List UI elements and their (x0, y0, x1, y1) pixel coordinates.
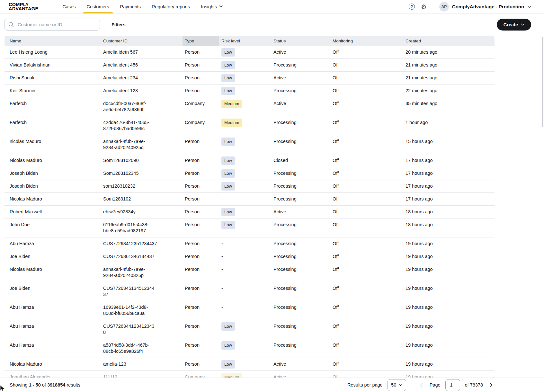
cell-name: Joseph Biden (4, 180, 101, 192)
table-row[interactable]: Joseph Biden Som1283102345 Person Low Pr… (4, 167, 495, 180)
cell-type: Person (183, 85, 219, 97)
table-row[interactable]: Nicolas Maduro Som1283102090 Person Low … (4, 154, 495, 167)
cell-monitoring: Off (330, 85, 403, 97)
cell-customer-id: 111112 (101, 371, 183, 378)
nav-item-payments[interactable]: Payments (115, 0, 146, 13)
account-menu[interactable]: AP ComplyAdvantage - Production (439, 2, 531, 12)
cell-status: Processing (271, 59, 330, 71)
cell-created: 19 hours ago (403, 282, 495, 301)
cell-monitoring: Off (330, 167, 403, 180)
chevron-down-icon (527, 5, 531, 8)
filters-button[interactable]: Filters (111, 22, 126, 27)
page-number-input[interactable] (445, 379, 460, 391)
table-row[interactable]: Nicolas Maduro Som1283102 Person - Proce… (4, 193, 495, 206)
previous-page-button[interactable] (418, 381, 425, 389)
next-page-button[interactable] (488, 381, 495, 389)
cell-created: 35 minutes ago (403, 97, 495, 116)
cell-created: 21 minutes ago (403, 59, 495, 71)
cell-customer-id: som128310232 (101, 180, 183, 192)
cell-created: 21 minutes ago (403, 72, 495, 84)
table-row[interactable]: Robert Maxwell ehiw7ey92834y Person Low … (4, 206, 495, 218)
column-header-risk-level[interactable]: Risk level (219, 36, 271, 46)
company-logo[interactable]: COMPLY ADVANTAGE (9, 3, 38, 11)
cell-name: Abu Hamza (4, 301, 101, 320)
nav-item-label: Cases (62, 4, 76, 9)
cell-type: Person (183, 206, 219, 218)
results-summary: Showing 1 - 50 of 3918854 results (10, 382, 80, 388)
nav-item-customers[interactable]: Customers (81, 0, 115, 13)
results-per-page-label: Results per page (347, 382, 383, 388)
cell-customer-id: Amelia ident 456 (101, 59, 183, 71)
per-page-select[interactable]: 50 (388, 379, 406, 391)
primary-nav: CasesCustomersPaymentsRegulatory reports… (57, 0, 228, 13)
cell-monitoring: Off (330, 371, 403, 378)
cell-monitoring: Off (330, 237, 403, 250)
risk-badge: Low (221, 138, 235, 146)
table-row[interactable]: Farfetch 42dda476-3b41-4065- 872f-b867ba… (4, 116, 495, 135)
cell-type: Person (183, 154, 219, 167)
cell-name: Farfetch (4, 97, 101, 116)
cell-customer-id: Amelia ident 123 (101, 85, 183, 97)
table-row[interactable]: Abu Hamza CUS77263412351234437 Person - … (4, 237, 495, 250)
cell-name: Robert Maxwell (4, 206, 101, 218)
cell-monitoring: Off (330, 339, 403, 358)
cell-name: Abu Hamza (4, 339, 101, 358)
table-row[interactable]: Jonathan Alexander 111112 Company Medium… (4, 371, 495, 378)
cell-created: 19 hours ago (403, 358, 495, 370)
search-box (4, 19, 100, 31)
table-row[interactable]: Nicolas Maduro annakari-4f0b-7a9e- 9284-… (4, 263, 495, 282)
search-input[interactable] (4, 19, 100, 31)
cell-risk-level: Low (219, 72, 271, 84)
create-button-label: Create (504, 22, 518, 27)
nav-item-cases[interactable]: Cases (57, 0, 81, 13)
cell-name: Farfetch (4, 116, 101, 135)
table-row[interactable]: John Doe 6116eab9-d015-4c38- bbe8-c59bad… (4, 218, 495, 237)
table-row[interactable]: Rishi Sunak Amelia ident 234 Person Low … (4, 72, 495, 85)
cell-type: Company (183, 116, 219, 135)
chevron-right-icon (490, 383, 493, 388)
column-header-name[interactable]: Name (4, 36, 101, 46)
table-row[interactable]: Joseph Biden som128310232 Person Low Pro… (4, 180, 495, 193)
table-row[interactable]: Vivian Balakrishnan Amelia ident 456 Per… (4, 59, 495, 72)
nav-item-insights[interactable]: Insights (195, 0, 228, 13)
risk-badge: Low (221, 208, 235, 216)
table-row[interactable]: Abu Hamza CUS7726344123412343 8 Person L… (4, 320, 495, 339)
table-row[interactable]: Lee Hsieng Loong Amelia idetn 567 Person… (4, 46, 495, 59)
vertical-scrollbar[interactable] (542, 37, 543, 127)
settings-button[interactable]: ⚙ (421, 4, 427, 10)
customers-table: NameCustomer IDTypeRisk levelStatusMonit… (4, 36, 495, 378)
table-row[interactable]: Joe Biden CUS7726361346134437 Person - P… (4, 250, 495, 263)
gear-icon: ⚙ (421, 4, 427, 10)
cell-status: Active (271, 97, 330, 116)
table-row[interactable]: Abu Hamza 16939e01-14f2-43d8- 850d-bf805… (4, 301, 495, 320)
cell-risk-level: Low (219, 358, 271, 370)
nav-item-label: Customers (87, 4, 109, 9)
table-row[interactable]: Abu Hamza a5874d58-3dd4-467b- 88cb-fc65e… (4, 339, 495, 358)
cell-type: Person (183, 339, 219, 358)
column-header-status[interactable]: Status (271, 36, 330, 46)
help-button[interactable]: ? (409, 4, 415, 10)
cell-created: 20 minutes ago (403, 46, 495, 58)
column-header-type[interactable]: Type (183, 36, 219, 46)
cell-type: Person (183, 59, 219, 71)
cell-risk-level: Low (219, 218, 271, 237)
cell-risk-level: Low (219, 59, 271, 71)
column-header-created[interactable]: Created (403, 36, 495, 46)
nav-item-regulatory-reports[interactable]: Regulatory reports (146, 0, 195, 13)
cell-monitoring: Off (330, 135, 403, 154)
cell-status: Active (271, 358, 330, 370)
table-row[interactable]: Farfetch d0c5cdf4-00a7-468f- ae6c-bef782… (4, 97, 495, 116)
cell-created: 18 hours ago (403, 206, 495, 218)
table-row[interactable]: Joe Biden CUS7726345134512344 37 Person … (4, 282, 495, 301)
table-row[interactable]: nicolas Maduro annakari-4f0b-7a9e- 9284-… (4, 135, 495, 154)
create-button[interactable]: Create (497, 19, 531, 31)
cell-risk-level: Low (219, 320, 271, 339)
cell-type: Person (183, 135, 219, 154)
column-header-customer-id[interactable]: Customer ID (101, 36, 183, 46)
cell-type: Person (183, 237, 219, 250)
cell-status: Active (271, 46, 330, 58)
column-header-monitoring[interactable]: Monitoring (330, 36, 403, 46)
risk-badge: Medium (221, 100, 242, 108)
table-row[interactable]: Keir Starmer Amelia ident 123 Person Low… (4, 85, 495, 97)
table-row[interactable]: Nicolas Maduro amelia-123 Person Low Act… (4, 358, 495, 371)
